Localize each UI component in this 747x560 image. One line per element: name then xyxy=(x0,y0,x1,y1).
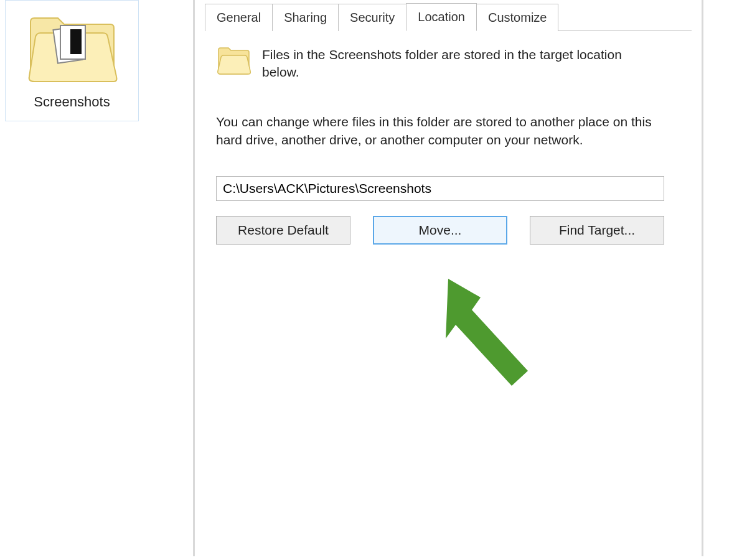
folder-icon xyxy=(6,6,138,93)
folder-icon xyxy=(216,46,251,76)
tab-body-location: Files in the Screenshots folder are stor… xyxy=(195,31,702,245)
restore-default-button[interactable]: Restore Default xyxy=(216,216,350,245)
tab-location[interactable]: Location xyxy=(406,3,477,31)
tab-strip: General Sharing Security Location Custom… xyxy=(205,0,692,31)
location-path-input[interactable] xyxy=(216,176,664,201)
tab-general[interactable]: General xyxy=(205,4,273,31)
location-intro-text: Files in the Screenshots folder are stor… xyxy=(262,46,660,82)
svg-rect-3 xyxy=(64,29,70,54)
folder-label: Screenshots xyxy=(6,94,138,110)
properties-dialog: General Sharing Security Location Custom… xyxy=(193,0,703,556)
move-button[interactable]: Move... xyxy=(373,216,507,245)
tab-security[interactable]: Security xyxy=(338,4,406,31)
location-button-row: Restore Default Move... Find Target... xyxy=(216,216,680,245)
find-target-button[interactable]: Find Target... xyxy=(530,216,664,245)
location-explain-text: You can change where files in this folde… xyxy=(216,113,652,149)
folder-item[interactable]: Screenshots xyxy=(5,0,139,121)
tab-customize[interactable]: Customize xyxy=(476,4,558,31)
tab-sharing[interactable]: Sharing xyxy=(272,4,339,31)
